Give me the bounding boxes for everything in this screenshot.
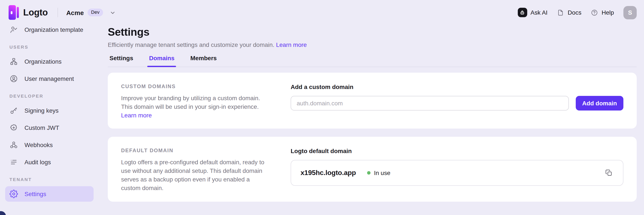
- help-label: Help: [602, 9, 614, 16]
- custom-domains-form: Add a custom domain Add domain: [291, 83, 624, 118]
- tab-bar: Settings Domains Members: [108, 55, 637, 67]
- sidebar-item-webhooks[interactable]: Webhooks: [5, 137, 94, 153]
- list-icon: [10, 158, 18, 166]
- sidebar-item-audit-logs[interactable]: Audit logs: [5, 154, 94, 170]
- tenant-name: Acme: [66, 9, 84, 16]
- domain-status: In use: [367, 169, 390, 176]
- sidebar-item-label: Signing keys: [24, 107, 58, 114]
- sidebar-item-custom-jwt[interactable]: Custom JWT: [5, 120, 94, 135]
- tab-members[interactable]: Members: [189, 55, 218, 67]
- sidebar-item-organization-template[interactable]: Organization template: [5, 22, 94, 37]
- custom-domains-learn-more-link[interactable]: Learn more: [121, 112, 152, 119]
- sidebar: Organization template USERS Organization…: [0, 22, 99, 203]
- custom-domains-description: Improve your branding by utilizing a cus…: [121, 94, 269, 120]
- ask-ai-icon: [518, 8, 527, 17]
- gear-icon: [10, 190, 18, 198]
- webhook-icon: [10, 141, 18, 149]
- org-chart-icon: [10, 57, 18, 66]
- person-check-icon: [10, 25, 18, 34]
- tab-domains[interactable]: Domains: [147, 55, 176, 67]
- default-domain-description: Logto offers a pre-configured default do…: [121, 158, 269, 192]
- page-title: Settings: [108, 26, 637, 38]
- default-domain-value: x195hc.logto.app: [300, 169, 356, 177]
- add-custom-domain-label: Add a custom domain: [291, 83, 624, 90]
- default-domain-panel: Logto default domain x195hc.logto.app In…: [291, 147, 624, 191]
- tenant-selector[interactable]: Acme Dev: [66, 9, 116, 16]
- key-icon: [10, 106, 18, 115]
- copy-icon[interactable]: [605, 169, 613, 177]
- chevron-down-icon[interactable]: [109, 9, 116, 16]
- tab-settings[interactable]: Settings: [108, 55, 135, 67]
- seal-plus-icon: [10, 123, 18, 132]
- docs-button[interactable]: Docs: [557, 9, 582, 16]
- main-content: Settings Efficiently manage tenant setti…: [108, 26, 637, 202]
- custom-domains-card: CUSTOM DOMAINS Improve your branding by …: [108, 73, 637, 129]
- document-icon: [557, 9, 564, 16]
- status-dot-icon: [367, 171, 370, 175]
- default-domain-row: x195hc.logto.app In use: [291, 160, 624, 186]
- default-domain-label: DEFAULT DOMAIN: [121, 147, 269, 153]
- status-label: In use: [374, 169, 390, 176]
- sidebar-item-user-management[interactable]: User management: [5, 71, 94, 86]
- sidebar-section-users: USERS: [5, 42, 94, 52]
- default-domain-info: DEFAULT DOMAIN Logto offers a pre-config…: [121, 147, 269, 191]
- sidebar-item-label: Custom JWT: [24, 124, 59, 131]
- page-subtitle-text: Efficiently manage tenant settings and c…: [108, 41, 274, 48]
- user-avatar[interactable]: S: [624, 6, 637, 19]
- sidebar-item-organizations[interactable]: Organizations: [5, 54, 94, 69]
- docs-label: Docs: [568, 9, 582, 16]
- page-subtitle: Efficiently manage tenant settings and c…: [108, 41, 637, 48]
- add-domain-button[interactable]: Add domain: [576, 96, 624, 111]
- sidebar-item-settings[interactable]: Settings: [5, 186, 94, 202]
- sidebar-item-label: Organization template: [24, 26, 83, 33]
- sidebar-item-label: Audit logs: [24, 159, 51, 165]
- sidebar-item-label: Organizations: [24, 58, 62, 65]
- brand-name: Logto: [23, 7, 48, 18]
- topbar-divider: [58, 8, 58, 17]
- ask-ai-label: Ask AI: [530, 9, 548, 16]
- logto-default-domain-label: Logto default domain: [291, 147, 624, 154]
- help-circle-icon: [591, 9, 598, 16]
- custom-domain-input[interactable]: [291, 96, 569, 111]
- tenant-env-badge: Dev: [88, 9, 103, 16]
- bottom-left-widget-peek[interactable]: [0, 211, 6, 215]
- custom-domains-label: CUSTOM DOMAINS: [121, 83, 269, 89]
- sidebar-item-label: Settings: [24, 190, 46, 197]
- topbar-actions: Ask AI Docs Help S: [518, 6, 637, 19]
- avatar-initial: S: [628, 9, 632, 16]
- subtitle-learn-more-link[interactable]: Learn more: [276, 41, 307, 48]
- app-window: Logto Acme Dev Ask AI Docs: [0, 0, 644, 215]
- topbar: Logto Acme Dev Ask AI Docs: [0, 0, 644, 25]
- help-button[interactable]: Help: [591, 9, 614, 16]
- custom-domains-info: CUSTOM DOMAINS Improve your branding by …: [121, 83, 269, 118]
- sidebar-item-label: User management: [24, 75, 74, 82]
- sidebar-section-developer: DEVELOPER: [5, 91, 94, 101]
- sidebar-item-signing-keys[interactable]: Signing keys: [5, 103, 94, 118]
- sidebar-item-label: Webhooks: [24, 141, 53, 148]
- logto-brand: Logto: [8, 5, 48, 20]
- logto-logo-icon: [8, 5, 19, 20]
- sidebar-section-tenant: TENANT: [5, 174, 94, 184]
- user-circle-icon: [10, 74, 18, 83]
- ask-ai-button[interactable]: Ask AI: [518, 8, 548, 17]
- default-domain-card: DEFAULT DOMAIN Logto offers a pre-config…: [108, 137, 637, 202]
